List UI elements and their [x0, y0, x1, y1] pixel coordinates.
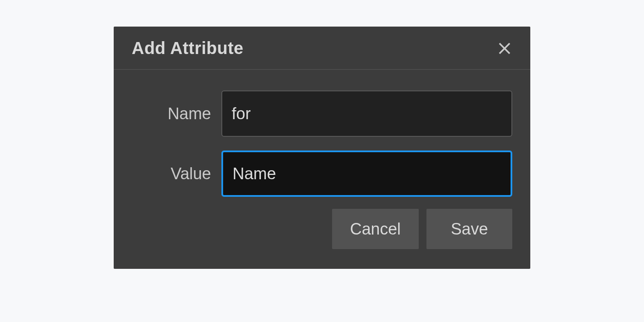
- close-icon[interactable]: [497, 41, 512, 56]
- value-field-row: Value: [132, 150, 512, 197]
- value-field-label: Value: [132, 165, 211, 183]
- dialog-footer: Cancel Save: [114, 197, 530, 269]
- dialog-body: Name Value: [114, 70, 530, 197]
- save-button[interactable]: Save: [426, 209, 512, 249]
- add-attribute-dialog: Add Attribute Name Value Cancel Save: [114, 27, 530, 269]
- dialog-title: Add Attribute: [132, 39, 244, 58]
- cancel-button[interactable]: Cancel: [332, 209, 419, 249]
- name-field-row: Name: [132, 90, 512, 137]
- dialog-header: Add Attribute: [114, 27, 530, 70]
- name-input[interactable]: [221, 90, 512, 137]
- value-input[interactable]: [221, 150, 512, 197]
- name-field-label: Name: [132, 105, 211, 123]
